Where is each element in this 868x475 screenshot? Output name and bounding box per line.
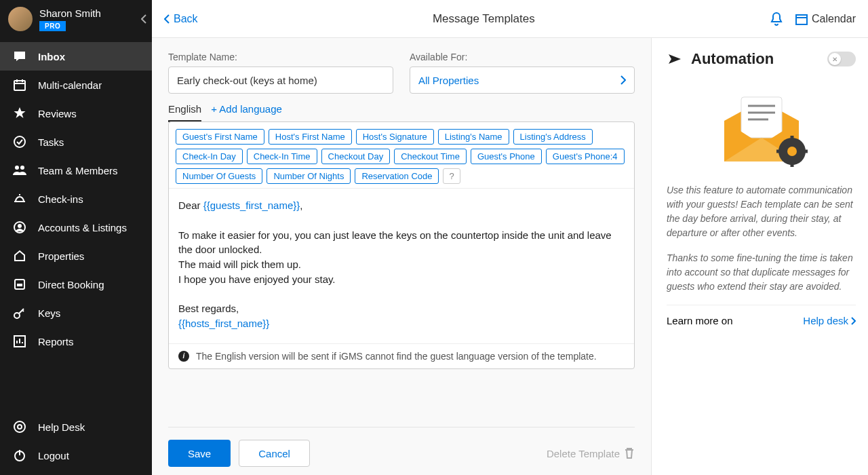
save-button[interactable]: Save [168, 440, 231, 467]
tag-num-nights[interactable]: Number Of Nights [267, 168, 351, 184]
chevron-left-icon [164, 14, 170, 24]
template-name-label: Template Name: [168, 52, 393, 62]
svg-rect-0 [14, 81, 25, 90]
body-var: {{hosts_first_name}} [178, 318, 269, 329]
back-label: Back [174, 13, 198, 25]
svg-point-5 [18, 224, 22, 228]
sidebar-item-reviews[interactable]: Reviews [0, 99, 152, 128]
power-icon [12, 448, 27, 463]
notifications-button[interactable] [770, 12, 783, 26]
chevron-right-icon [851, 317, 856, 325]
cancel-button[interactable]: Cancel [239, 440, 310, 467]
sidebar-item-reports[interactable]: Reports [0, 327, 152, 356]
tag-host-first-name[interactable]: Host's First Name [269, 129, 352, 145]
tag-reservation-code[interactable]: Reservation Code [355, 168, 439, 184]
sidebar-item-accounts[interactable]: Accounts & Listings [0, 213, 152, 242]
tag-guest-phone[interactable]: Guest's Phone [471, 149, 542, 164]
back-button[interactable]: Back [164, 13, 198, 25]
delete-template-button[interactable]: Delete Template [547, 447, 635, 459]
body-text: , [300, 200, 302, 211]
sidebar-item-directbooking[interactable]: Direct Booking [0, 270, 152, 299]
available-for-select[interactable]: All Properties [410, 66, 635, 94]
svg-rect-7 [17, 284, 22, 286]
info-icon: i [178, 351, 189, 362]
add-language-button[interactable]: + Add language [211, 103, 282, 115]
tag-checkout-day[interactable]: Checkout Day [321, 149, 391, 164]
chevron-right-icon [620, 75, 626, 85]
editor-note: i The English version will be sent if iG… [169, 343, 634, 368]
svg-point-1 [14, 136, 25, 147]
tag-num-guests[interactable]: Number Of Guests [176, 168, 262, 184]
sidebar-item-properties[interactable]: Properties [0, 242, 152, 270]
star-icon [12, 106, 27, 121]
template-name-group: Template Name: [168, 52, 393, 94]
panel-title: Automation [691, 50, 819, 68]
panel-header: Automation [667, 50, 856, 68]
actions-bar: Save Cancel Delete Template [168, 427, 635, 467]
check-icon [12, 134, 27, 149]
envelope-icon [711, 87, 812, 168]
help-desk-label: Help desk [803, 315, 848, 326]
calendar-button[interactable]: Calendar [795, 13, 856, 25]
sidebar-item-team[interactable]: Team & Members [0, 156, 152, 185]
sidebar-item-logout[interactable]: Logout [0, 441, 152, 470]
tag-checkout-time[interactable]: Checkout Time [394, 149, 467, 164]
learn-more-label: Learn more on [667, 315, 733, 326]
booking-icon [12, 277, 27, 292]
sidebar-item-tasks[interactable]: Tasks [0, 128, 152, 156]
svg-rect-13 [796, 15, 807, 24]
panel-text-2: Thanks to some fine-tuning the time is t… [667, 251, 856, 294]
tags-help-button[interactable]: ? [443, 168, 460, 184]
available-for-label: Available For: [410, 52, 635, 62]
account-icon [12, 220, 27, 235]
sidebar-item-label: Keys [38, 307, 60, 319]
tag-guest-phone4[interactable]: Guest's Phone:4 [546, 149, 625, 164]
sidebar-item-label: Inbox [38, 51, 65, 62]
panel-illustration [667, 87, 856, 168]
sidebar-item-label: Help Desk [38, 421, 85, 433]
user-block: Sharon Smith PRO [39, 7, 101, 31]
page-title: Message Templates [198, 12, 770, 26]
svg-point-19 [787, 147, 797, 156]
sidebar-header: Sharon Smith PRO [0, 0, 152, 38]
tag-checkin-time[interactable]: Check-In Time [247, 149, 317, 164]
sidebar-item-helpdesk[interactable]: Help Desk [0, 413, 152, 441]
sidebar-item-label: Direct Booking [38, 279, 104, 290]
sidebar-collapse-button[interactable] [141, 14, 146, 24]
editor-column: Template Name: Available For: All Proper… [152, 38, 651, 475]
template-name-input[interactable] [168, 66, 393, 94]
avatar[interactable] [8, 7, 33, 31]
help-desk-link[interactable]: Help desk [803, 315, 856, 326]
tag-host-signature[interactable]: Host's Signature [356, 129, 434, 145]
form-row: Template Name: Available For: All Proper… [168, 52, 635, 94]
sidebar-item-multicalendar[interactable]: Multi-calendar [0, 71, 152, 99]
calendar-icon [12, 77, 27, 92]
svg-point-3 [20, 166, 24, 170]
language-tabs: English + Add language [168, 103, 635, 122]
editor-body[interactable]: Dear {{guests_first_name}}, To make it e… [169, 189, 634, 343]
tag-listing-name[interactable]: Listing's Name [438, 129, 509, 145]
sidebar-item-inbox[interactable]: Inbox [0, 42, 152, 71]
pro-badge: PRO [39, 21, 66, 31]
available-for-value: All Properties [418, 75, 479, 86]
body-text: Best regards, [178, 303, 239, 314]
team-icon [12, 163, 27, 178]
editor-box: Guest's First Name Host's First Name Hos… [168, 121, 635, 369]
nav-main: Inbox Multi-calendar Reviews Tasks Team … [0, 38, 152, 413]
editor-note-text: The English version will be sent if iGMS… [196, 351, 597, 362]
automation-toggle[interactable] [827, 52, 856, 66]
automation-panel: Automation Use this feature to aut [651, 38, 868, 475]
sidebar-item-checkins[interactable]: Check-ins [0, 185, 152, 213]
tag-listing-address[interactable]: Listing's Address [513, 129, 593, 145]
topbar-right: Calendar [770, 12, 856, 26]
sidebar-item-keys[interactable]: Keys [0, 299, 152, 327]
tag-guest-first-name[interactable]: Guest's First Name [176, 129, 264, 145]
tag-checkin-day[interactable]: Check-In Day [176, 149, 243, 164]
variable-tags: Guest's First Name Host's First Name Hos… [169, 122, 634, 189]
bell-icon [770, 12, 783, 26]
tab-english[interactable]: English [168, 103, 201, 122]
nav-footer: Help Desk Logout [0, 413, 152, 475]
body-text: The maid will pick them up. [178, 259, 301, 270]
key-icon [12, 305, 27, 320]
home-icon [12, 248, 27, 263]
